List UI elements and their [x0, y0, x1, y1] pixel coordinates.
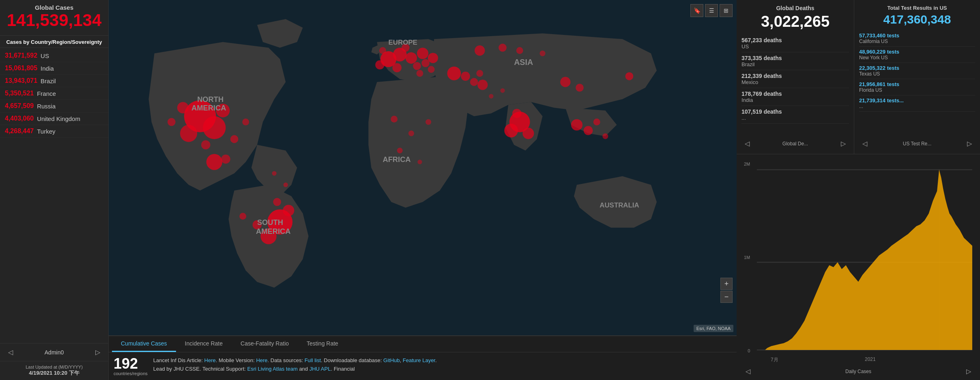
svg-point-59 [500, 88, 505, 93]
zoom-out-button[interactable]: − [720, 291, 733, 303]
map-container[interactable]: NORTH AMERICA SOUTH AMERICA EUROPE AFRIC… [109, 0, 737, 335]
chart-prev-button[interactable]: ◁ [742, 366, 754, 377]
svg-point-30 [428, 66, 435, 73]
country-row[interactable]: 4,403,060United Kingdom [0, 112, 108, 125]
svg-point-33 [470, 78, 478, 86]
map-tab[interactable]: Cumulative Cases [112, 336, 176, 352]
svg-point-14 [283, 205, 294, 216]
bottom-text-5: , [400, 357, 403, 363]
grid-button[interactable]: ⊞ [720, 4, 733, 17]
lancet-link[interactable]: Here [204, 357, 216, 363]
country-row[interactable]: 5,350,521France [0, 87, 108, 100]
test-panel-value: 417,360,348 [859, 13, 975, 26]
svg-point-40 [504, 124, 518, 138]
svg-point-43 [571, 119, 582, 130]
map-tab[interactable]: Incidence Rate [176, 336, 232, 352]
test-row: 48,960,229 testsNew York US [859, 47, 975, 63]
svg-point-5 [177, 102, 189, 113]
svg-point-51 [397, 148, 403, 153]
svg-point-44 [584, 126, 593, 135]
test-row: 21,739,314 tests...... [859, 95, 975, 112]
svg-point-53 [625, 72, 634, 80]
feature-layer-link[interactable]: Feature Layer [403, 357, 435, 363]
svg-point-8 [168, 118, 176, 126]
test-next-button[interactable]: ▷ [964, 138, 975, 149]
deaths-next-button[interactable]: ▷ [838, 138, 849, 149]
svg-point-38 [539, 51, 545, 56]
svg-point-56 [272, 171, 276, 175]
test-row: 22,305,322 testsTexas US [859, 63, 975, 79]
chart-next-button[interactable]: ▷ [963, 366, 974, 377]
test-nav-label: US Test Re... [903, 141, 931, 147]
svg-point-34 [476, 70, 483, 77]
bookmark-button[interactable]: 🔖 [690, 4, 703, 17]
country-list: 31,671,592US15,061,805India13,943,071Bra… [0, 48, 108, 343]
chart-nav-label: Daily Cases [754, 369, 963, 374]
svg-point-17 [239, 213, 246, 220]
bottom-text-8: and [298, 366, 309, 372]
country-row[interactable]: 31,671,592US [0, 50, 108, 62]
svg-point-24 [392, 63, 402, 72]
svg-point-32 [461, 72, 470, 81]
chart-x-labels: 7月 2021 [742, 355, 974, 363]
svg-point-28 [379, 47, 386, 54]
death-row: 567,233 deathsUS [741, 35, 849, 52]
map-zoom-controls: + − [720, 278, 733, 303]
deaths-prev-button[interactable]: ◁ [741, 138, 753, 149]
esri-link[interactable]: Esri Living Atlas team [247, 366, 298, 372]
full-list-link[interactable]: Full list [305, 357, 321, 363]
svg-point-20 [406, 52, 417, 64]
map-toolbar: 🔖 ☰ ⊞ [690, 4, 733, 17]
y-label-1m: 1M [744, 255, 750, 260]
death-row: 373,335 deathsBrazil [741, 52, 849, 70]
jhu-link[interactable]: JHU APL [309, 366, 331, 372]
svg-point-42 [512, 109, 522, 118]
mobile-link[interactable]: Here [256, 357, 267, 363]
country-row[interactable]: 13,943,071Brazil [0, 75, 108, 87]
country-row[interactable]: 4,657,509Russia [0, 100, 108, 112]
last-updated-label: Last Updated at (M/D/YYYY) [5, 365, 103, 369]
death-row: 212,339 deathsMexico [741, 70, 849, 88]
svg-point-37 [516, 47, 523, 54]
svg-point-41 [522, 127, 534, 139]
svg-point-50 [426, 119, 431, 125]
zoom-in-button[interactable]: + [720, 278, 733, 290]
github-link[interactable]: GitHub [383, 357, 400, 363]
svg-point-16 [273, 198, 281, 206]
svg-text:NORTH: NORTH [197, 95, 224, 104]
bottom-text: Lancet Inf Dis Article: Here. Mobile Ver… [153, 356, 437, 374]
admin-nav: ◁ Admin0 ▷ [0, 343, 108, 361]
svg-point-45 [593, 119, 600, 125]
death-rows: 567,233 deathsUS373,335 deathsBrazil212,… [741, 35, 849, 124]
svg-point-46 [602, 134, 608, 139]
admin-prev-button[interactable]: ◁ [5, 347, 16, 358]
deaths-nav: ◁ Global De... ▷ [741, 135, 849, 149]
daily-cases-chart [742, 160, 974, 355]
svg-point-35 [475, 45, 485, 56]
last-updated-value: 4/19/2021 10:20 下午 [5, 369, 103, 377]
map-tab[interactable]: Testing Rate [298, 336, 347, 352]
country-row[interactable]: 4,268,447Turkey [0, 125, 108, 138]
svg-text:EUROPE: EUROPE [389, 39, 417, 46]
test-panel-label: Total Test Results in US [859, 5, 975, 11]
map-tab[interactable]: Case-Fatality Ratio [232, 336, 298, 352]
svg-point-48 [391, 116, 398, 123]
list-button[interactable]: ☰ [705, 4, 718, 17]
svg-text:AMERICA: AMERICA [191, 104, 226, 112]
global-cases-value: 141,539,134 [5, 11, 103, 30]
world-map: NORTH AMERICA SOUTH AMERICA EUROPE AFRIC… [109, 0, 737, 335]
test-panel: Total Test Results in US 417,360,348 57,… [854, 0, 980, 154]
svg-point-7 [230, 135, 239, 143]
test-prev-button[interactable]: ◁ [859, 138, 870, 149]
svg-point-52 [417, 160, 422, 164]
admin-next-button[interactable]: ▷ [92, 347, 103, 358]
svg-text:AUSTRALIA: AUSTRALIA [600, 202, 639, 209]
chart-svg-container: 2M 1M 0 [742, 160, 974, 355]
svg-text:SOUTH: SOUTH [257, 218, 283, 227]
country-row[interactable]: 15,061,805India [0, 62, 108, 75]
bottom-text-7: Lead by JHU CSSE. Technical Support: [153, 366, 247, 372]
chart-panel: 2M 1M 0 7 [737, 154, 980, 380]
cases-by-country-header: Cases by Country/Region/Sovereignty [0, 36, 108, 48]
bottom-text-3: . Data sources: [268, 357, 305, 363]
death-row: 178,769 deathsIndia [741, 88, 849, 106]
